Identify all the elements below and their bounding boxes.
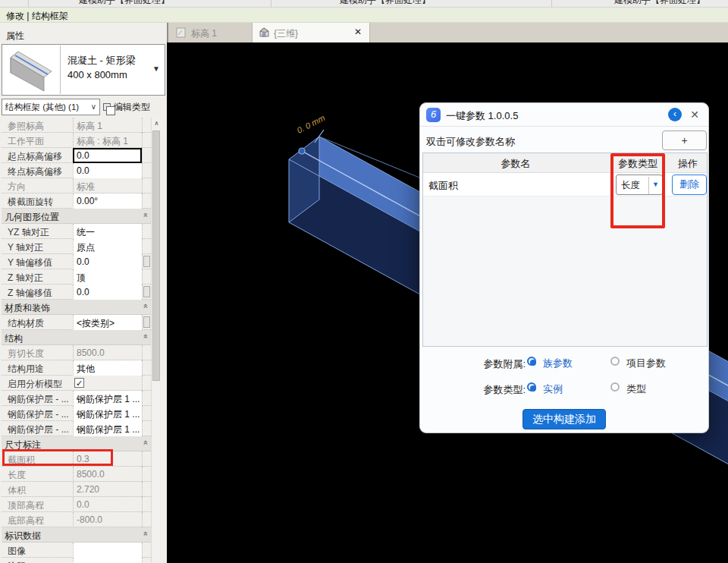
radio-instance-label[interactable]: 实例 <box>543 382 563 396</box>
family-name: 混凝土 - 矩形梁 <box>67 54 136 68</box>
property-row: 终点标高偏移0.0 <box>2 163 151 178</box>
property-extra-cell <box>142 178 151 193</box>
ribbon-tab-clipped[interactable]: 建模助手【界面处理】 <box>340 0 431 7</box>
radio-family-parameter[interactable] <box>527 357 536 366</box>
tab-level-1[interactable]: 标高 1 <box>170 23 252 42</box>
property-extra-cell <box>142 512 151 527</box>
property-value[interactable]: 0.0 <box>73 254 142 269</box>
dimension-value-label[interactable]: 0. 0 mm <box>295 113 326 135</box>
property-value[interactable]: 0.0 <box>73 148 142 163</box>
attach-group-label: 参数附属: <box>469 357 526 371</box>
plan-view-icon <box>176 27 186 41</box>
section-collapse-icon[interactable]: » <box>140 304 149 308</box>
property-label: 参照标高 <box>8 120 71 133</box>
property-row: Z 轴偏移值0.0 <box>2 285 151 300</box>
dialog-close-icon[interactable]: ✕ <box>690 109 699 121</box>
dialog-title: 一键参数 1.0.0.5 <box>446 109 518 123</box>
section-collapse-icon[interactable]: » <box>140 335 149 338</box>
add-parameter-button[interactable]: + <box>662 131 707 150</box>
property-label: YZ 轴对正 <box>8 226 71 239</box>
tab-3d-view-label: {三维} <box>274 27 298 40</box>
section-collapse-icon[interactable]: » <box>140 213 149 217</box>
ribbon-separator <box>551 0 552 8</box>
section-header[interactable]: 材质和装饰» <box>2 300 151 315</box>
type-selector-caret-icon[interactable]: ▼ <box>152 64 160 73</box>
property-row: Z 轴对正顶 <box>2 269 151 285</box>
property-label: 长度 <box>8 469 71 482</box>
add-selected-component-button[interactable]: 选中构建添加 <box>522 409 606 429</box>
collapse-back-button[interactable]: ‹ <box>668 108 682 121</box>
radio-project-parameter[interactable] <box>610 357 620 366</box>
property-row: 长度8500.0 <box>2 467 151 482</box>
scroll-up-arrow-icon[interactable]: ∧ <box>152 118 162 129</box>
delete-parameter-button[interactable]: 删除 <box>672 175 707 195</box>
property-label: 钢筋保护层 - ... <box>8 393 71 406</box>
associate-parameter-button[interactable] <box>143 256 150 267</box>
section-header[interactable]: 结构» <box>2 330 151 345</box>
property-label: 结构用途 <box>8 363 71 376</box>
header-action: 操作 <box>667 157 708 171</box>
property-value[interactable]: 0.0 <box>73 285 142 300</box>
property-label: 体积 <box>8 484 71 497</box>
parameter-name-cell[interactable]: 截面积 <box>428 179 458 193</box>
ribbon-tab-clipped[interactable]: 建模助手【界面处理】 <box>79 0 170 7</box>
type-selector[interactable]: 混凝土 - 矩形梁 400 x 800mm ▼ <box>2 44 165 96</box>
property-label: 方向 <box>8 181 71 193</box>
section-header[interactable]: 几何图形位置» <box>2 209 151 224</box>
property-label: 钢筋保护层 - ... <box>8 423 71 436</box>
property-checkbox[interactable]: ✓ <box>74 378 84 388</box>
property-row: Y 轴偏移值0.0 <box>2 254 151 269</box>
filter-caret-icon: ∨ <box>91 99 96 115</box>
section-collapse-icon[interactable]: » <box>140 441 149 445</box>
property-extra-cell <box>142 193 151 209</box>
beam-thumbnail-image <box>3 46 59 93</box>
radio-instance[interactable] <box>527 382 536 392</box>
section-header[interactable]: 标识数据» <box>2 527 151 543</box>
scrollbar-thumb[interactable] <box>152 131 160 381</box>
property-label: 剪切长度 <box>8 348 71 360</box>
annotation-box-section-area <box>2 449 113 466</box>
property-value[interactable]: <按类别> <box>73 315 142 330</box>
edit-type-button[interactable]: 编辑类型 <box>103 99 167 115</box>
element-filter-dropdown[interactable]: 结构框架 (其他) (1) ∨ <box>2 99 100 115</box>
radio-family-parameter-label[interactable]: 族参数 <box>543 357 573 370</box>
property-value[interactable] <box>73 543 142 558</box>
radio-project-parameter-label[interactable]: 项目参数 <box>626 357 666 370</box>
properties-panel-title: 属性 <box>6 30 24 42</box>
property-scrollbar[interactable]: ∧ <box>151 118 161 563</box>
ribbon-tab-clipped[interactable]: 建模助手【界面处理】 <box>614 0 705 7</box>
property-value[interactable]: 0.0 <box>73 163 142 178</box>
ribbon-separator <box>271 0 271 8</box>
associate-parameter-button[interactable] <box>143 286 150 297</box>
property-value[interactable]: 钢筋保护层 1 ... <box>73 406 142 421</box>
property-value[interactable]: 其他 <box>73 360 142 376</box>
property-label: 顶部高程 <box>8 499 71 512</box>
property-value[interactable]: 顶 <box>73 269 142 285</box>
radio-type-label[interactable]: 类型 <box>626 382 646 396</box>
property-row: 结构用途其他 <box>2 360 151 376</box>
tab-3d-view[interactable]: {三维} ✕ <box>252 23 370 42</box>
property-value[interactable]: 统一 <box>73 224 142 239</box>
dialog-titlebar[interactable]: 6 一键参数 1.0.0.5 ‹ ✕ <box>420 103 708 127</box>
properties-panel: 属性 混凝土 - 矩形梁 400 x 800mm ▼ 结构框架 (其他) (1)… <box>0 23 167 563</box>
tab-close-icon[interactable]: ✕ <box>354 27 362 37</box>
property-value[interactable]: 0.00° <box>73 193 142 209</box>
property-extra-cell <box>142 482 151 497</box>
section-collapse-icon[interactable]: » <box>140 532 149 536</box>
section-header-label: 材质和装饰 <box>5 302 50 315</box>
property-value: 0.0 <box>73 497 142 512</box>
one-key-parameter-dialog: 6 一键参数 1.0.0.5 ‹ ✕ 双击可修改参数名称 + 参数名 参数类型 … <box>419 102 709 433</box>
property-row: 工作平面标高 : 标高 1 <box>2 133 151 148</box>
property-value[interactable]: 钢筋保护层 1 ... <box>73 421 142 436</box>
beam-drag-handle[interactable] <box>299 148 305 154</box>
property-value[interactable]: 原点 <box>73 239 142 254</box>
family-type-thumbnail <box>3 46 61 94</box>
radio-type[interactable] <box>610 382 620 392</box>
property-value[interactable] <box>73 558 142 563</box>
associate-parameter-button[interactable] <box>143 316 150 328</box>
property-extra-cell <box>142 451 151 467</box>
property-row: 体积2.720 <box>2 482 151 497</box>
property-row: 剪切长度8500.0 <box>2 345 151 360</box>
property-value[interactable]: 钢筋保护层 1 ... <box>73 391 142 406</box>
property-extra-cell <box>142 497 151 512</box>
